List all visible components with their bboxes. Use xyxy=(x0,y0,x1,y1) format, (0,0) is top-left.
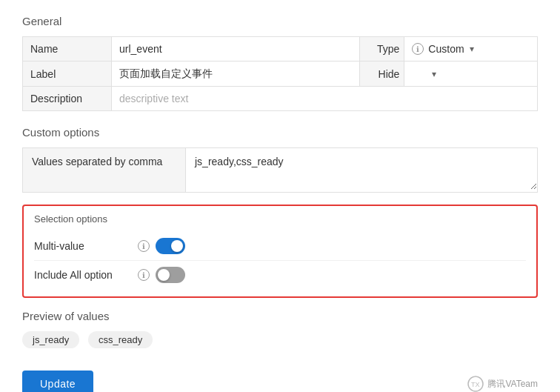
footer: Update TX 腾讯VATeam xyxy=(22,363,538,392)
name-value-cell[interactable] xyxy=(112,37,360,62)
custom-options-section: Custom options Values separated by comma xyxy=(22,126,538,193)
selection-options-box: Selection options Multi-value ℹ Include … xyxy=(22,205,538,298)
multivalue-slider xyxy=(156,238,185,254)
values-value-cell[interactable] xyxy=(186,148,537,192)
watermark-logo: TX xyxy=(467,375,484,392)
tag-js-ready: js_ready xyxy=(22,331,79,348)
preview-title: Preview of values xyxy=(22,310,538,322)
custom-options-row: Values separated by comma xyxy=(22,147,538,193)
preview-section: Preview of values js_ready css_ready xyxy=(22,310,538,348)
label-label: Label xyxy=(23,62,112,87)
type-select[interactable]: Custom String Integer Boolean xyxy=(428,43,481,55)
hide-select[interactable]: Yes No xyxy=(412,68,444,80)
selection-options-title: Selection options xyxy=(34,213,526,225)
general-form: Name Type ℹ Custom String Integer Boolea… xyxy=(22,36,538,111)
label-value-cell[interactable] xyxy=(112,62,360,87)
hide-label: Hide xyxy=(360,62,404,87)
preview-tags: js_ready css_ready xyxy=(22,331,538,348)
label-row: Label Hide Yes No ▾ xyxy=(23,62,538,87)
tag-css-ready: css_ready xyxy=(88,331,153,348)
multivalue-row: Multi-value ℹ xyxy=(34,232,526,261)
watermark: TX 腾讯VATeam xyxy=(467,375,538,392)
hide-select-wrapper: Yes No ▾ xyxy=(412,68,436,80)
include-all-info-icon[interactable]: ℹ xyxy=(138,269,150,281)
values-label: Values separated by comma xyxy=(23,148,186,192)
general-section: General Name Type ℹ Custom String Intege… xyxy=(22,15,538,111)
type-select-wrapper: Custom String Integer Boolean ▾ xyxy=(428,43,474,55)
name-row: Name Type ℹ Custom String Integer Boolea… xyxy=(23,37,538,62)
multivalue-toggle[interactable] xyxy=(156,238,185,254)
include-all-row: Include All option ℹ xyxy=(34,261,526,289)
include-all-slider xyxy=(156,267,185,283)
description-label: Description xyxy=(23,87,112,111)
multivalue-label: Multi-value xyxy=(34,240,138,252)
description-row: Description xyxy=(23,87,538,111)
svg-text:TX: TX xyxy=(471,381,480,388)
type-info-icon[interactable]: ℹ xyxy=(412,43,424,55)
multivalue-info-icon[interactable]: ℹ xyxy=(138,240,150,252)
description-input[interactable] xyxy=(119,93,530,104)
values-textarea[interactable] xyxy=(186,148,537,190)
name-label: Name xyxy=(23,37,112,62)
custom-options-title: Custom options xyxy=(22,126,538,139)
label-input[interactable] xyxy=(119,68,352,80)
type-label: Type xyxy=(360,37,404,62)
hide-value-cell[interactable]: Yes No ▾ xyxy=(404,62,538,87)
name-input[interactable] xyxy=(119,43,352,55)
general-title: General xyxy=(22,15,538,27)
description-cell[interactable] xyxy=(112,87,538,111)
include-all-toggle[interactable] xyxy=(156,267,185,283)
include-all-label: Include All option xyxy=(34,269,138,281)
update-button[interactable]: Update xyxy=(22,371,93,392)
type-cell[interactable]: ℹ Custom String Integer Boolean ▾ xyxy=(404,37,538,62)
